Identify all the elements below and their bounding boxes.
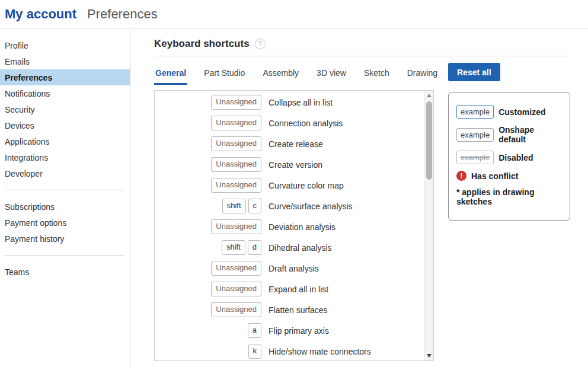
shortcut-row[interactable]: shiftc Curve/surface analysis [155,196,424,216]
shortcut-row[interactable]: Unassigned Create release [155,133,424,154]
shortcut-key[interactable]: Unassigned [211,302,261,317]
page-header: My account Preferences [0,0,588,28]
shortcut-key[interactable]: Unassigned [211,157,261,171]
sidebar-item-label: Subscriptions [5,202,55,212]
sidebar-item-label: Preferences [5,73,52,82]
sidebar-item[interactable]: Security [0,101,130,117]
legend-label: Has conflict [471,171,518,181]
scroll-down-arrow-icon[interactable] [425,351,433,360]
tab[interactable]: Sketch [363,65,391,85]
shortcut-key[interactable]: k [248,344,262,358]
sidebar-item[interactable]: Developer [0,165,130,181]
shortcut-row[interactable]: k Hide/show mate connectors [155,341,424,360]
shortcut-label: Hide/show mate connectors [269,347,371,356]
shortcut-row[interactable]: Unassigned Connection analysis [155,113,424,133]
scrollbar-thumb[interactable] [426,101,432,180]
legend-item: * applies in drawing sketches [456,187,562,206]
sidebar-item[interactable]: Emails [0,53,130,69]
help-icon[interactable]: ? [255,39,266,49]
shortcut-key[interactable]: d [248,240,261,254]
shortcut-label: Dihedral analysis [269,243,332,253]
shortcut-keys: Unassigned [155,282,261,296]
shortcut-row[interactable]: Unassigned Curvature color map [155,175,424,196]
shortcut-row[interactable]: Unassigned Deviation analysis [155,216,424,237]
shortcut-key[interactable]: c [248,199,262,213]
legend-item: Has conflict [456,171,562,181]
shortcut-keys: Unassigned [155,219,261,234]
shortcut-keys: Unassigned [155,302,261,317]
shortcut-row[interactable]: shiftd Dihedral analysis [155,237,424,258]
page-title: My account [5,7,76,22]
sidebar-divider [5,255,124,256]
shortcut-rows: Unassigned Collapse all in list Unassign… [155,91,424,360]
sidebar-item[interactable]: Integrations [0,149,130,165]
shortcut-key[interactable]: shift [222,199,246,213]
shortcut-row[interactable]: Unassigned Expand all in list [155,279,424,299]
tab[interactable]: 3D view [315,65,347,85]
legend-example-badge: example [456,151,494,164]
shortcut-label: Create version [269,160,322,170]
shortcut-key[interactable]: Unassigned [211,282,261,296]
sidebar-item[interactable]: Devices [0,117,130,133]
shortcut-label: Create release [269,139,323,149]
legend-box: example Customized example Onshape defau… [448,92,570,221]
sidebar-item[interactable]: Applications [0,133,130,149]
sidebar-item[interactable]: Teams [0,264,130,280]
sidebar-item[interactable]: Subscriptions [0,199,130,215]
shortcut-key[interactable]: Unassigned [211,116,261,130]
legend-label: Onshape default [498,125,562,144]
sidebar-item-label: Payment options [5,218,66,228]
shortcut-row[interactable]: Unassigned Create version [155,154,424,175]
page-subtitle: Preferences [87,7,158,22]
shortcut-key[interactable]: Unassigned [211,136,261,151]
sidebar-item[interactable]: Profile [0,37,130,53]
scrollbar[interactable] [424,91,433,360]
sidebar-item-label: Payment history [5,234,64,244]
shortcut-keys: k [155,344,261,358]
shortcut-key[interactable]: Unassigned [211,219,261,234]
shortcut-key[interactable]: shift [222,240,245,254]
shortcut-key[interactable]: Unassigned [211,261,261,275]
shortcut-label: Expand all in list [269,285,328,294]
shortcut-label: Flatten surfaces [269,305,328,315]
tab[interactable]: General [154,65,187,85]
sidebar-item-label: Teams [5,267,29,277]
shortcut-row[interactable]: Unassigned Flatten surfaces [155,299,424,320]
shortcut-key[interactable]: Unassigned [211,178,261,192]
legend-example-badge: example [456,128,494,142]
shortcut-keys: Unassigned [155,116,261,130]
shortcut-row[interactable]: a Flip primary axis [155,320,424,341]
sidebar-item-label: Security [5,105,35,114]
conflict-icon [456,171,466,181]
shortcut-row[interactable]: Unassigned Collapse all in list [155,92,424,113]
sidebar-item[interactable]: Payment history [0,231,130,247]
sidebar-item-label: Emails [5,57,30,66]
sidebar-item-label: Applications [5,137,50,146]
shortcut-label: Flip primary axis [269,326,329,336]
sidebar-group-billing: Subscriptions Payment options Payment hi… [0,199,130,247]
sidebar-group-teams: Teams [0,264,130,280]
sidebar-item-label: Devices [5,121,34,130]
scroll-up-arrow-icon[interactable] [425,91,433,100]
shortcut-label: Deviation analysis [269,222,335,232]
shortcut-label: Curve/surface analysis [269,202,353,211]
shortcut-keys: Unassigned [155,261,261,275]
section-header: Keyboard shortcuts ? [154,38,588,50]
section-title: Keyboard shortcuts [154,38,250,50]
legend-label: Disabled [498,153,533,162]
tab[interactable]: Part Studio [203,65,246,85]
sidebar-item[interactable]: Preferences [0,69,130,85]
sidebar-item-label: Notifications [5,89,50,98]
tab[interactable]: Drawing [406,65,439,85]
reset-all-button[interactable]: Reset all [448,63,500,81]
shortcut-keys: a [155,323,261,337]
sidebar-item[interactable]: Notifications [0,85,130,101]
shortcut-row[interactable]: Unassigned Draft analysis [155,258,424,279]
shortcut-keys: Unassigned [155,136,261,151]
tab[interactable]: Assembly [261,65,300,85]
shortcut-key[interactable]: a [248,323,261,337]
sidebar-item[interactable]: Payment options [0,215,130,231]
shortcut-key[interactable]: Unassigned [211,95,261,109]
main-content: Keyboard shortcuts ? GeneralPart StudioA… [131,29,588,367]
sidebar-item-label: Profile [5,41,28,50]
